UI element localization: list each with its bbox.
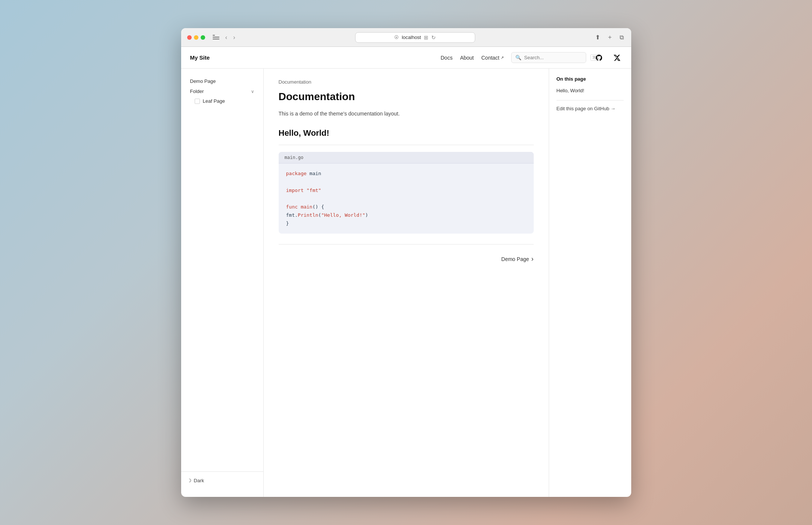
code-line-5: func main() {	[286, 203, 526, 211]
sidebar-toggle-icon[interactable]	[213, 35, 219, 40]
github-icon	[595, 54, 603, 62]
sidebar: Demo Page Folder ∨ Leaf Page ☽ Dark	[181, 69, 264, 497]
dark-mode-button[interactable]: ☽ Dark	[187, 476, 204, 485]
browser-toolbar-right: ⬆ ＋ ⧉	[594, 32, 625, 43]
page-layout: My Site Docs About Contact ↗ 🔍 ⌘K	[181, 47, 631, 497]
toc-panel: On this page Hello, World! Edit this pag…	[549, 69, 631, 497]
code-line-1: package main	[286, 170, 526, 178]
page-description: This is a demo of the theme's documentat…	[279, 110, 534, 118]
close-dot[interactable]	[187, 35, 192, 40]
moon-icon: ☽	[187, 478, 192, 483]
toc-item-hello-world[interactable]: Hello, World!	[557, 86, 624, 95]
code-line-3: import "fmt"	[286, 186, 526, 195]
code-block: main.go package main import "fmt" func m…	[279, 152, 534, 234]
code-content: package main import "fmt" func main() { …	[279, 164, 534, 234]
browser-nav-buttons: ‹ ›	[224, 33, 237, 42]
code-filename: main.go	[279, 152, 534, 164]
url-text: localhost	[402, 34, 421, 40]
external-link-icon: ↗	[501, 56, 504, 60]
next-arrow-icon: ›	[531, 255, 534, 263]
window-controls	[187, 35, 205, 40]
sidebar-nav: Demo Page Folder ∨ Leaf Page	[181, 76, 263, 106]
browser-window: ‹ › ⦿ localhost ⊞ ↻ ⬆ ＋ ⧉ My Site Docs	[181, 28, 631, 497]
minimize-dot[interactable]	[194, 35, 198, 40]
new-tab-button[interactable]: ＋	[605, 32, 614, 43]
main-area: Demo Page Folder ∨ Leaf Page ☽ Dark	[181, 69, 631, 497]
sidebar-item-folder[interactable]: Folder ∨	[187, 86, 257, 96]
code-line-4	[286, 195, 526, 203]
twitter-icon-button[interactable]	[612, 52, 622, 63]
section-title-hello-world: Hello, World!	[279, 128, 534, 138]
search-icon: 🔍	[515, 55, 521, 60]
reload-icon[interactable]: ↻	[431, 34, 436, 40]
content-footer: Demo Page ›	[279, 244, 534, 263]
edit-page-link[interactable]: Edit this page on GitHub →	[557, 106, 624, 111]
sidebar-bottom: ☽ Dark	[181, 471, 263, 489]
chevron-down-icon: ∨	[251, 89, 254, 94]
code-line-6: fmt.Println("Hello, World!")	[286, 211, 526, 219]
search-input[interactable]	[524, 55, 587, 60]
browser-chrome: ‹ › ⦿ localhost ⊞ ↻ ⬆ ＋ ⧉	[181, 28, 631, 47]
maximize-dot[interactable]	[201, 35, 205, 40]
lock-icon: ⦿	[394, 35, 399, 40]
content-area: Documentation Documentation This is a de…	[264, 69, 549, 497]
section-divider	[279, 145, 534, 145]
nav-link-docs[interactable]: Docs	[441, 55, 453, 61]
leaf-page-icon	[195, 99, 200, 104]
toc-divider	[557, 100, 624, 100]
page-title: Documentation	[279, 91, 534, 103]
sidebar-item-leaf-page[interactable]: Leaf Page	[192, 96, 257, 106]
forward-button[interactable]: ›	[232, 33, 237, 42]
github-icon-button[interactable]	[594, 52, 604, 63]
address-bar[interactable]: ⦿ localhost ⊞ ↻	[355, 32, 475, 43]
translate-icon[interactable]: ⊞	[424, 34, 428, 40]
twitter-icon	[613, 54, 621, 62]
next-page-button[interactable]: Demo Page ›	[501, 255, 534, 263]
tab-overview-button[interactable]: ⧉	[618, 33, 625, 42]
search-box[interactable]: 🔍 ⌘K	[511, 52, 586, 63]
top-nav: My Site Docs About Contact ↗ 🔍 ⌘K	[181, 47, 631, 69]
address-bar-actions: ⊞ ↻	[424, 34, 436, 40]
sidebar-item-demo-page[interactable]: Demo Page	[187, 76, 257, 86]
code-line-2	[286, 178, 526, 186]
address-bar-container: ⦿ localhost ⊞ ↻	[241, 32, 589, 43]
nav-link-contact[interactable]: Contact ↗	[481, 55, 503, 61]
share-button[interactable]: ⬆	[594, 32, 602, 42]
code-line-7: }	[286, 219, 526, 228]
nav-links: Docs About Contact ↗	[441, 55, 504, 61]
back-button[interactable]: ‹	[224, 33, 229, 42]
site-logo[interactable]: My Site	[190, 54, 210, 61]
toc-title: On this page	[557, 76, 624, 82]
breadcrumb: Documentation	[279, 79, 534, 85]
nav-link-about[interactable]: About	[460, 55, 474, 61]
